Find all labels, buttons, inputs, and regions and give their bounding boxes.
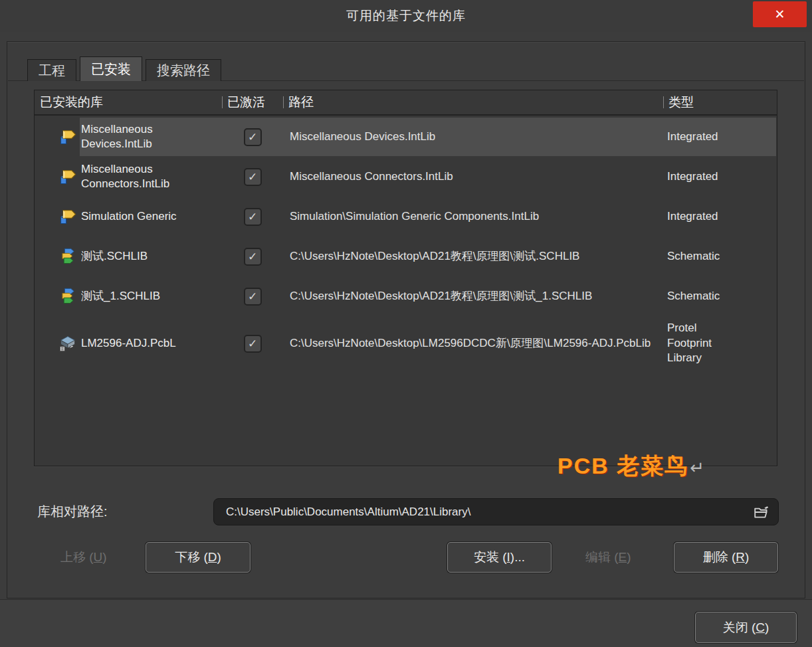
table-row[interactable]: 测试.SCHLIB ✓ C:\Users\HzNote\Desktop\AD21…	[35, 238, 777, 274]
table-row[interactable]: Miscellaneous Devices.IntLib ✓ Miscellan…	[35, 119, 777, 155]
activated-cell: ✓	[222, 335, 283, 353]
activated-cell: ✓	[222, 168, 283, 186]
library-path: Simulation\Simulation Generic Components…	[283, 209, 663, 225]
browse-folder-button[interactable]	[753, 504, 770, 521]
library-path: C:\Users\HzNote\Desktop\LM2596DCDC新\原理图\…	[283, 336, 663, 351]
edit-button: 编辑 (E)	[576, 542, 641, 573]
move-up-button: 上移 (U)	[51, 542, 116, 573]
return-arrow-icon: ↵	[690, 458, 706, 478]
library-path: C:\Users\HzNote\Desktop\AD21教程\原理图\测试.SC…	[283, 249, 663, 264]
activated-cell: ✓	[222, 248, 283, 266]
library-type: Integrated	[663, 209, 738, 225]
library-path: Miscellaneous Devices.IntLib	[283, 130, 663, 145]
activated-cell: ✓	[222, 208, 283, 226]
activated-cell: ✓	[222, 288, 283, 306]
table-body: Miscellaneous Devices.IntLib ✓ Miscellan…	[35, 116, 777, 369]
tab-strip: 工程 已安装 搜索路径	[27, 56, 225, 81]
library-type: Protel Footprint Library	[663, 321, 738, 367]
delete-button[interactable]: 删除 (R)	[674, 542, 778, 573]
activated-checkbox[interactable]: ✓	[244, 288, 262, 306]
library-type: Integrated	[663, 130, 738, 145]
activated-checkbox[interactable]: ✓	[244, 168, 262, 186]
activated-checkbox[interactable]: ✓	[244, 335, 262, 353]
schlib-icon	[58, 287, 77, 306]
library-name-cell: Miscellaneous Connectors.IntLib	[35, 162, 222, 191]
library-name: Miscellaneous Connectors.IntLib	[81, 162, 193, 191]
column-header-type[interactable]: 类型	[663, 90, 777, 114]
schlib-icon	[58, 247, 77, 266]
close-button[interactable]: ✕	[753, 1, 807, 27]
library-name: Miscellaneous Devices.IntLib	[81, 122, 193, 151]
library-path: C:\Users\HzNote\Desktop\AD21教程\原理图\测试_1.…	[283, 289, 663, 304]
activated-checkbox[interactable]: ✓	[244, 208, 262, 226]
table-row[interactable]: Simulation Generic ✓ Simulation\Simulati…	[35, 199, 777, 234]
intlib-icon	[58, 167, 77, 186]
column-header-installed-libraries[interactable]: 已安装的库	[35, 90, 222, 114]
column-header-path[interactable]: 路径	[283, 90, 663, 114]
table-row[interactable]: LM2596-ADJ.PcbL ✓ C:\Users\HzNote\Deskto…	[35, 318, 777, 369]
library-name: LM2596-ADJ.PcbL	[81, 336, 193, 351]
window-title: 可用的基于文件的库	[0, 0, 812, 32]
library-name-cell: Miscellaneous Devices.IntLib	[35, 122, 222, 151]
intlib-icon	[58, 207, 77, 226]
library-name-cell: 测试_1.SCHLIB	[35, 287, 222, 306]
library-type: Integrated	[663, 169, 738, 185]
relative-path-label: 库相对路径:	[37, 503, 108, 521]
activated-checkbox[interactable]: ✓	[244, 248, 262, 266]
pcblib-icon	[58, 334, 77, 353]
library-name: 测试_1.SCHLIB	[81, 289, 193, 304]
relative-path-input[interactable]: C:\Users\Public\Documents\Altium\AD21\Li…	[213, 498, 779, 525]
dialog-footer: 关闭 (C)	[0, 599, 812, 647]
library-name-cell: LM2596-ADJ.PcbL	[35, 334, 222, 353]
installed-libraries-table: 已安装的库 已激活 路径 类型 Miscellaneous Devices.In…	[34, 90, 777, 466]
column-header-activated[interactable]: 已激活	[222, 90, 283, 114]
library-path: Miscellaneous Connectors.IntLib	[283, 169, 663, 185]
open-folder-icon	[753, 504, 770, 521]
tab-已安装[interactable]: 已安装	[80, 56, 142, 81]
tab-搜索路径[interactable]: 搜索路径	[146, 59, 221, 81]
libraries-panel: 工程 已安装 搜索路径 已安装的库 已激活 路径 类型 Miscellaneou…	[7, 41, 805, 599]
move-down-button[interactable]: 下移 (D)	[146, 542, 251, 573]
library-type: Schematic	[663, 249, 738, 264]
table-row[interactable]: 测试_1.SCHLIB ✓ C:\Users\HzNote\Desktop\AD…	[35, 278, 777, 314]
library-name-cell: 测试.SCHLIB	[35, 247, 222, 266]
library-type: Schematic	[663, 289, 738, 304]
library-name: 测试.SCHLIB	[81, 249, 193, 264]
intlib-icon	[58, 128, 77, 146]
library-name-cell: Simulation Generic	[35, 207, 222, 226]
table-header-row: 已安装的库 已激活 路径 类型	[35, 90, 777, 116]
title-bar: 可用的基于文件的库 ✕	[0, 0, 812, 32]
library-name: Simulation Generic	[81, 209, 193, 224]
watermark-text: PCB 老菜鸟↵	[558, 451, 706, 482]
close-dialog-button[interactable]: 关闭 (C)	[695, 612, 797, 643]
table-row[interactable]: Miscellaneous Connectors.IntLib ✓ Miscel…	[35, 159, 777, 195]
close-icon: ✕	[775, 7, 785, 22]
activated-cell: ✓	[222, 128, 283, 146]
tab-工程[interactable]: 工程	[27, 59, 76, 81]
install-button[interactable]: 安装 (I)...	[447, 542, 552, 573]
activated-checkbox[interactable]: ✓	[244, 128, 262, 146]
